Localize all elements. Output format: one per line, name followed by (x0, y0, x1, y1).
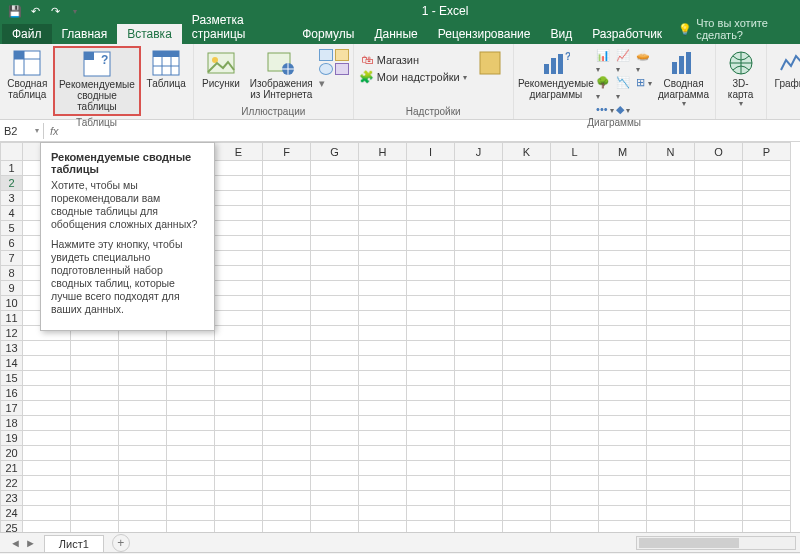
col-header[interactable]: H (359, 143, 407, 161)
cell[interactable] (215, 296, 263, 311)
cell[interactable] (647, 401, 695, 416)
row-header[interactable]: 8 (1, 266, 23, 281)
row-header[interactable]: 14 (1, 356, 23, 371)
cell[interactable] (119, 521, 167, 533)
cell[interactable] (263, 356, 311, 371)
pictures-button[interactable]: Рисунки (198, 46, 244, 92)
cell[interactable] (215, 401, 263, 416)
cell[interactable] (263, 491, 311, 506)
sparkline-line-button[interactable]: График (771, 46, 800, 92)
cell[interactable] (263, 386, 311, 401)
cell[interactable] (359, 446, 407, 461)
col-header[interactable]: K (503, 143, 551, 161)
cell[interactable] (599, 266, 647, 281)
map3d-button[interactable]: 3D- карта (720, 46, 762, 112)
cell[interactable] (215, 311, 263, 326)
cell[interactable] (695, 431, 743, 446)
cell[interactable] (23, 356, 71, 371)
row-header[interactable]: 1 (1, 161, 23, 176)
cell[interactable] (311, 386, 359, 401)
cell[interactable] (71, 356, 119, 371)
cell[interactable] (359, 191, 407, 206)
col-header[interactable]: M (599, 143, 647, 161)
cell[interactable] (551, 311, 599, 326)
prev-sheet-icon[interactable]: ◄ (10, 537, 21, 549)
fx-icon[interactable]: fx (44, 125, 65, 137)
cell[interactable] (263, 416, 311, 431)
formula-input[interactable] (65, 129, 800, 133)
cell[interactable] (599, 161, 647, 176)
cell[interactable] (695, 296, 743, 311)
cell[interactable] (647, 446, 695, 461)
cell[interactable] (407, 341, 455, 356)
cell[interactable] (743, 356, 791, 371)
cell[interactable] (743, 266, 791, 281)
cell[interactable] (599, 251, 647, 266)
cell[interactable] (599, 461, 647, 476)
tab-view[interactable]: Вид (540, 24, 582, 44)
cell[interactable] (551, 341, 599, 356)
cell[interactable] (455, 266, 503, 281)
cell[interactable] (647, 281, 695, 296)
cell[interactable] (71, 506, 119, 521)
cell[interactable] (647, 191, 695, 206)
row-header[interactable]: 22 (1, 476, 23, 491)
cell[interactable] (503, 296, 551, 311)
cell[interactable] (743, 416, 791, 431)
cell[interactable] (647, 161, 695, 176)
row-header[interactable]: 7 (1, 251, 23, 266)
cell[interactable] (71, 431, 119, 446)
cell[interactable] (215, 251, 263, 266)
cell[interactable] (455, 476, 503, 491)
col-header[interactable]: J (455, 143, 503, 161)
cell[interactable] (551, 371, 599, 386)
cell[interactable] (167, 491, 215, 506)
cell[interactable] (551, 176, 599, 191)
cell[interactable] (263, 191, 311, 206)
cell[interactable] (119, 416, 167, 431)
row-header[interactable]: 23 (1, 491, 23, 506)
cell[interactable] (695, 341, 743, 356)
cell[interactable] (551, 416, 599, 431)
cell[interactable] (695, 446, 743, 461)
cell[interactable] (119, 431, 167, 446)
cell[interactable] (647, 506, 695, 521)
cell[interactable] (743, 176, 791, 191)
cell[interactable] (647, 296, 695, 311)
cell[interactable] (119, 401, 167, 416)
cell[interactable] (407, 281, 455, 296)
cell[interactable] (263, 341, 311, 356)
cell[interactable] (311, 266, 359, 281)
scatter-chart-icon[interactable]: ••• (596, 103, 614, 115)
cell[interactable] (695, 221, 743, 236)
cell[interactable] (215, 356, 263, 371)
cell[interactable] (263, 506, 311, 521)
row-header[interactable]: 25 (1, 521, 23, 533)
cell[interactable] (647, 521, 695, 533)
cell[interactable] (455, 446, 503, 461)
cell[interactable] (359, 161, 407, 176)
cell[interactable] (263, 251, 311, 266)
cell[interactable] (695, 401, 743, 416)
cell[interactable] (695, 416, 743, 431)
cell[interactable] (263, 221, 311, 236)
cell[interactable] (551, 266, 599, 281)
cell[interactable] (359, 371, 407, 386)
cell[interactable] (551, 326, 599, 341)
cell[interactable] (647, 491, 695, 506)
cell[interactable] (743, 431, 791, 446)
cell[interactable] (359, 491, 407, 506)
column-chart-icon[interactable]: 📊 (596, 49, 614, 74)
cell[interactable] (263, 476, 311, 491)
cell[interactable] (503, 311, 551, 326)
cell[interactable] (215, 416, 263, 431)
cell[interactable] (311, 371, 359, 386)
online-pictures-button[interactable]: Изображения из Интернета (246, 46, 317, 103)
tab-insert[interactable]: Вставка (117, 24, 182, 44)
cell[interactable] (119, 386, 167, 401)
save-icon[interactable]: 💾 (8, 4, 22, 18)
cell[interactable] (263, 461, 311, 476)
cell[interactable] (359, 506, 407, 521)
row-header[interactable]: 6 (1, 236, 23, 251)
cell[interactable] (551, 206, 599, 221)
